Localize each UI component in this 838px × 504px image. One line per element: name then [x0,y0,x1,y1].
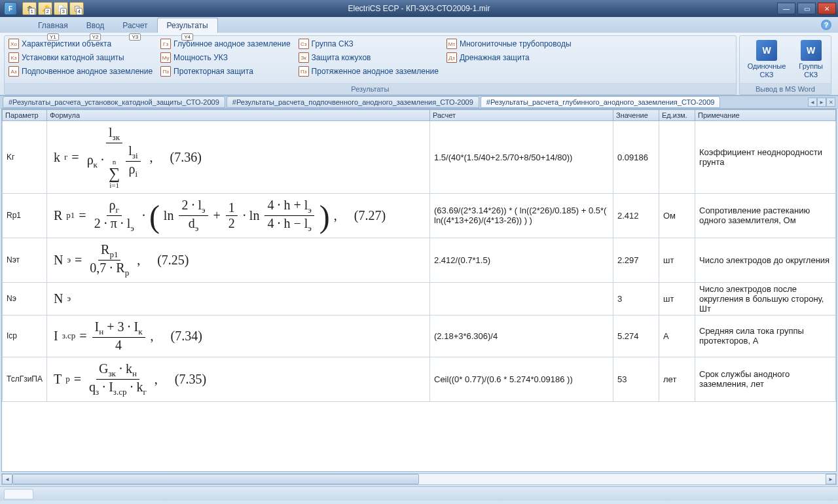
col-value[interactable]: Значение [613,110,659,121]
cell-param: Nэ [3,282,47,315]
extended-anode-icon: Пз [299,66,309,77]
cell-param: Nэт [3,238,47,282]
document-tabs: #Результаты_расчета_установок_катодной_з… [0,96,838,109]
cell-note: Сопротивление растеканию одного заземлит… [695,193,836,238]
ribbon-group-results: XoХарактеристики объекта KзУстановки кат… [4,35,737,95]
ribbon-group-word-label: Вывод в MS Word [740,83,831,94]
scroll-right-button[interactable]: ► [826,474,836,484]
cell-calc: 2.412/(0.7*1.5) [430,238,613,282]
ribbon-tab-input[interactable]: ВводY2 [77,18,114,33]
col-calc[interactable]: Расчет [430,110,613,121]
ribbon-tab-main[interactable]: ГлавнаяY1 [29,18,77,33]
results-table-area[interactable]: Параметр Формула Расчет Значение Ед.изм.… [1,109,837,472]
maximize-button[interactable]: ▭ [797,3,816,14]
cell-note: Средняя сила тока группы протекторов, А [695,315,836,357]
cell-unit: шт [659,238,695,282]
qat-item-1[interactable]: 🗑1 [22,2,37,15]
cell-value: 5.274 [613,315,659,357]
cell-note: Число электродов до округления [695,238,836,282]
cell-formula: Nэ = Rp10,7 · Rp , (7.25) [47,238,430,282]
drainage-icon: Дз [446,52,457,63]
col-param[interactable]: Параметр [3,110,47,121]
results-table: Параметр Формула Расчет Значение Ед.изм.… [2,109,836,401]
qat-item-2[interactable]: 🔑2 [38,2,52,15]
results-protector[interactable]: ПзПротекторная защита [158,65,296,78]
skz-group-icon: Сз [299,39,309,49]
cell-unit: лет [659,357,695,401]
deep-anode-icon: Гз [160,39,171,49]
doc-tab-close[interactable]: ✕ [826,98,835,107]
cell-param: Iср [3,315,47,357]
table-row: Kг kг = lзк ρк · n∑i=1 lзiρi , (7.36) 1.… [3,121,836,193]
cell-calc: 1.5/(40*(1.5/40+2.5/70+8/50+14/80)) [430,121,613,193]
col-unit[interactable]: Ед.изм. [659,110,695,121]
doc-tab-subsurface[interactable]: #Результаты_расчета_подпочвенного_анодно… [227,96,479,108]
scroll-left-button[interactable]: ◄ [2,474,12,484]
cell-value: 0.09186 [613,121,659,193]
table-row: Rp1 Rp1 = ρг2 · π · lэ · ( ln 2 · lэdэ +… [3,193,836,238]
qat-item-4[interactable]: 📋4 [69,2,84,15]
cell-value: 2.412 [613,193,659,238]
doc-tab-prev[interactable]: ◄ [808,98,817,107]
results-cathodic[interactable]: KзУстановки катодной защиты [6,51,158,64]
ribbon-tab-results[interactable]: РезультатыY4 [157,18,218,33]
quick-access-toolbar: 🗑1 🔑2 📄3 📋4 [22,2,84,15]
ukz-power-icon: Mу [160,52,171,63]
cell-value: 3 [613,282,659,315]
table-row: ТслГзиПА Tp = Gзк · kнqз · Iз.ср · kг , … [3,357,836,401]
table-row: Iср Iз.ср = Iн + 3 · Iк4 , (7.34) (2.18+… [3,315,836,357]
results-ukz-power[interactable]: MуМощность УКЗ [158,51,296,64]
ribbon-tab-calc[interactable]: РасчетY3 [113,18,156,33]
results-drainage[interactable]: ДзДренажная защита [444,51,577,64]
cell-unit: А [659,315,695,357]
close-button[interactable]: ✕ [818,3,836,14]
minimize-button[interactable]: — [777,3,795,14]
cell-param: ТслГзиПА [3,357,47,401]
scroll-track[interactable] [12,474,826,484]
app-menu-button[interactable]: F [4,2,17,15]
word-single-icon: W [756,40,777,61]
cell-formula: Rp1 = ρг2 · π · lэ · ( ln 2 · lэdэ + 12 … [47,193,430,238]
scroll-thumb[interactable] [12,474,419,484]
cell-note: Коэффициент неоднородности грунта [695,121,836,193]
results-subsurface-anode[interactable]: AзПодпочвенное анодное заземление [6,65,158,78]
cell-calc: (63.69/(2*3.14*26)) * ( ln((2*26)/0.185)… [430,193,613,238]
cell-value: 53 [613,357,659,401]
status-tab[interactable] [4,489,33,499]
horizontal-scrollbar[interactable]: ◄ ► [1,473,837,485]
doc-tab-next[interactable]: ► [817,98,826,107]
characteristics-icon: Xo [9,39,19,49]
results-extended-anode[interactable]: ПзПротяженное анодное заземление [296,65,444,78]
help-icon[interactable]: ? [821,20,831,30]
results-multiline[interactable]: MтМногониточные трубопроводы [444,37,577,50]
cell-unit: шт [659,282,695,315]
cell-note: Число электродов после округления в боль… [695,282,836,315]
cell-param: Kг [3,121,47,193]
results-deep-anode[interactable]: ГзГлубинное анодное заземление [158,37,296,50]
cathodic-icon: Kз [9,52,19,63]
cell-calc [430,282,613,315]
col-note[interactable]: Примечание [695,110,836,121]
subsurface-anode-icon: Aз [9,66,19,77]
titlebar: F 🗑1 🔑2 📄3 📋4 ElectriCS ECP - КП-ЭХЗ-СТО… [0,0,838,17]
table-row: Nэ Nэ 3 шт Число электродов после округл… [3,282,836,315]
status-bar [0,486,838,501]
doc-tab-cathodic[interactable]: #Результаты_расчета_установок_катодной_з… [3,96,225,108]
multiline-icon: Mт [446,39,457,49]
cell-formula: Nэ [47,282,430,315]
cell-param: Rp1 [3,193,47,238]
doc-tab-deep-anode[interactable]: #Результаты_расчета_глубинного_анодного_… [481,96,721,108]
qat-item-3[interactable]: 📄3 [54,2,68,15]
window-title: ElectriCS ECP - КП-ЭХЗ-СТО2009-1.mir [348,4,490,13]
results-skz-group[interactable]: СзГруппа СКЗ [296,37,444,50]
export-group-skz[interactable]: W Группы СКЗ [792,37,829,82]
table-row: Nэт Nэ = Rp10,7 · Rp , (7.25) 2.412/(0.7… [3,238,836,282]
casing-icon: Зк [299,52,309,63]
export-single-skz[interactable]: W Одиночные СКЗ [741,37,793,82]
col-formula[interactable]: Формула [47,110,430,121]
cell-formula: Tp = Gзк · kнqз · Iз.ср · kг , (7.35) [47,357,430,401]
results-casing[interactable]: ЗкЗащита кожухов [296,51,444,64]
cell-formula: kг = lзк ρк · n∑i=1 lзiρi , (7.36) [47,121,430,193]
cell-formula: Iз.ср = Iн + 3 · Iк4 , (7.34) [47,315,430,357]
cell-calc: Ceil((0* 0.77)/(0.6 * 5.274*0.09186 )) [430,357,613,401]
